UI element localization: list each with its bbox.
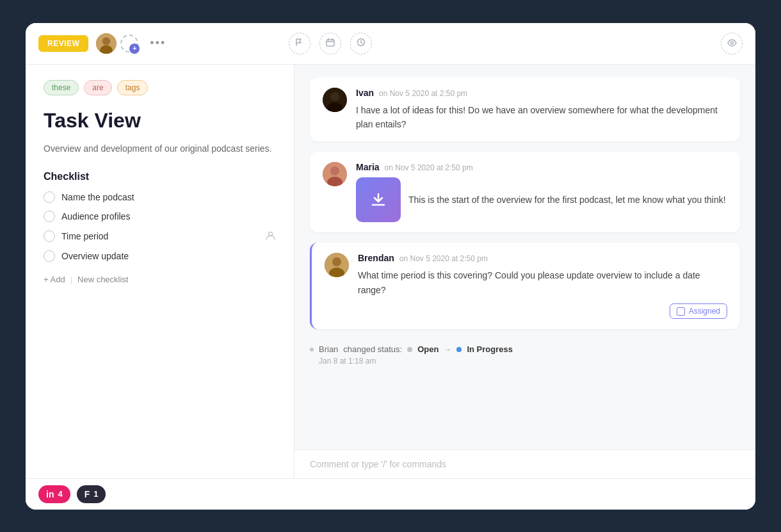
checklist-checkbox-2[interactable] <box>44 211 55 222</box>
comment-text-ivan: I have a lot of ideas for this! Do we ha… <box>356 103 727 132</box>
status-change: Brian changed status: Open → In Progress… <box>310 339 740 371</box>
attachment-thumbnail[interactable] <box>356 177 401 222</box>
figma-count: 1 <box>93 489 98 499</box>
eye-icon <box>727 38 737 49</box>
svg-rect-3 <box>326 40 334 46</box>
comment-header-maria: Maria on Nov 5 2020 at 2:50 pm <box>356 162 727 172</box>
comment-author-brendan: Brendan <box>358 253 394 263</box>
comment-maria: Maria on Nov 5 2020 at 2:50 pm This is t… <box>310 152 740 232</box>
flag-button[interactable] <box>289 33 310 54</box>
status-arrow: → <box>444 345 451 354</box>
assignee-icon-3 <box>265 230 276 243</box>
task-title: Task View <box>44 108 276 133</box>
add-checklist-item-button[interactable]: + Add <box>44 275 65 284</box>
add-icon: + <box>129 44 140 54</box>
status-change-author: Brian <box>319 344 338 354</box>
assigned-button[interactable]: Assigned <box>670 303 727 319</box>
svg-point-1 <box>102 37 110 45</box>
tag-tags[interactable]: tags <box>117 80 149 95</box>
status-change-row: Brian changed status: Open → In Progress <box>310 344 740 354</box>
add-member-button[interactable]: + <box>120 35 138 52</box>
checklist-actions: + Add | New checklist <box>44 275 276 284</box>
comment-ivan: Ivan on Nov 5 2020 at 2:50 pm I have a l… <box>310 77 740 142</box>
comment-text-maria: This is the start of the overview for th… <box>408 193 726 207</box>
assigned-row: Assigned <box>358 303 727 319</box>
linkedin-count: 4 <box>58 489 62 499</box>
comment-author-maria: Maria <box>356 162 380 172</box>
new-checklist-button[interactable]: New checklist <box>77 275 128 284</box>
status-time: Jan 8 at 1:18 am <box>310 357 740 366</box>
comment-time-ivan: on Nov 5 2020 at 2:50 pm <box>379 89 467 98</box>
comment-body-maria: Maria on Nov 5 2020 at 2:50 pm This is t… <box>356 162 727 222</box>
checklist-title: Checklist <box>44 171 276 182</box>
bottom-bar: in 4 F 1 <box>26 478 755 510</box>
comment-with-attachment: This is the start of the overview for th… <box>356 177 727 222</box>
figma-badge[interactable]: F 1 <box>77 485 106 503</box>
avatar-ivan <box>323 88 347 112</box>
checklist-checkbox-4[interactable] <box>44 250 55 262</box>
status-to-label: In Progress <box>467 344 513 354</box>
toolbar: REVIEW + ••• <box>26 23 755 65</box>
more-options-button[interactable]: ••• <box>145 34 171 52</box>
figma-icon: F <box>85 489 90 499</box>
linkedin-icon: in <box>46 489 54 499</box>
comment-text-brendan: What time period is this covering? Could… <box>358 268 727 297</box>
checklist-checkbox-3[interactable] <box>44 230 55 242</box>
toolbar-right <box>519 33 743 54</box>
avatar-brendan <box>325 253 349 277</box>
assigned-label: Assigned <box>689 307 720 316</box>
eye-button[interactable] <box>721 33 743 54</box>
comment-body-brendan: Brendan on Nov 5 2020 at 2:50 pm What ti… <box>358 253 727 319</box>
checklist-item: Name the podcast <box>44 191 276 203</box>
checklist-item-label-4: Overview update <box>61 251 129 261</box>
status-change-action: changed status: <box>343 344 402 354</box>
checklist-item-label-3: Time period <box>61 231 108 241</box>
avatar-group: + <box>95 32 138 55</box>
divider: | <box>70 275 72 284</box>
clock-icon <box>357 38 366 49</box>
assigned-checkbox <box>677 307 685 316</box>
status-dot-indicator <box>310 348 314 351</box>
toolbar-left: REVIEW + ••• <box>38 32 262 55</box>
main-content: these are tags Task View Overview and de… <box>26 65 755 478</box>
checklist-item-label-1: Name the podcast <box>61 192 134 202</box>
comment-body-ivan: Ivan on Nov 5 2020 at 2:50 pm I have a l… <box>356 88 727 132</box>
svg-point-14 <box>332 257 341 266</box>
comment-brendan: Brendan on Nov 5 2020 at 2:50 pm What ti… <box>310 243 740 329</box>
right-panel: Ivan on Nov 5 2020 at 2:50 pm I have a l… <box>294 65 755 478</box>
comments-area: Ivan on Nov 5 2020 at 2:50 pm I have a l… <box>294 65 755 449</box>
svg-point-2 <box>101 45 113 54</box>
app-container: REVIEW + ••• <box>26 23 755 510</box>
linkedin-badge[interactable]: in 4 <box>38 485 70 503</box>
status-from-dot <box>407 347 412 352</box>
svg-point-5 <box>730 42 733 44</box>
review-badge: REVIEW <box>38 35 88 52</box>
clock-button[interactable] <box>350 33 372 54</box>
tag-these[interactable]: these <box>44 80 79 95</box>
comment-time-maria: on Nov 5 2020 at 2:50 pm <box>385 163 473 172</box>
checklist-item: Audience profiles <box>44 211 276 222</box>
status-from-label: Open <box>417 344 439 354</box>
tag-are[interactable]: are <box>84 80 111 95</box>
calendar-button[interactable] <box>319 33 341 54</box>
toolbar-center <box>270 33 512 54</box>
calendar-icon <box>326 38 335 49</box>
status-to-dot <box>456 347 462 352</box>
comment-input[interactable] <box>310 459 740 469</box>
checklist-item-label-2: Audience profiles <box>61 211 130 222</box>
comment-author-ivan: Ivan <box>356 88 374 98</box>
avatar <box>95 32 118 55</box>
comment-input-area <box>294 449 755 478</box>
avatar-maria <box>323 162 347 186</box>
svg-point-11 <box>330 166 339 175</box>
comment-header-brendan: Brendan on Nov 5 2020 at 2:50 pm <box>358 253 727 263</box>
svg-point-8 <box>330 92 339 101</box>
checklist-items: Name the podcast Audience profiles Time … <box>44 191 276 262</box>
tags-row: these are tags <box>44 80 276 95</box>
flag-icon <box>295 38 304 49</box>
comment-header-ivan: Ivan on Nov 5 2020 at 2:50 pm <box>356 88 727 98</box>
checklist-item: Time period <box>44 230 276 243</box>
left-panel: these are tags Task View Overview and de… <box>26 65 294 478</box>
task-description: Overview and development of our original… <box>44 141 276 156</box>
checklist-checkbox-1[interactable] <box>44 191 55 203</box>
